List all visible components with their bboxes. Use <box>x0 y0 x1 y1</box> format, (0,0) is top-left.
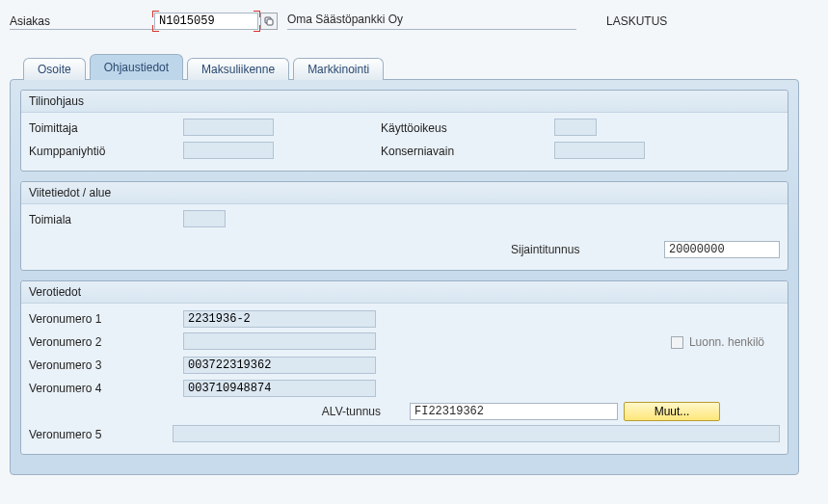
customer-name: Oma Säästöpankki Oy <box>287 13 576 30</box>
tax5-field[interactable] <box>173 425 780 442</box>
tax2-field[interactable] <box>183 332 376 350</box>
tax3-field[interactable]: 003722319362 <box>183 357 376 374</box>
partner-label: Kumppaniyhtiö <box>29 145 183 158</box>
group-reference: Viitetiedot / alue Toimiala Sijaintitunn… <box>20 181 788 271</box>
corpgroup-label: Konserniavain <box>381 145 554 158</box>
required-marker-br <box>254 25 260 32</box>
natural-person-checkbox[interactable]: Luonn. henkilö <box>671 335 764 349</box>
search-help-button[interactable] <box>260 13 278 30</box>
tax1-field[interactable]: 2231936-2 <box>183 310 376 328</box>
tab-panel-control: Tilinohjaus Toimittaja Käyttöoikeus Kump… <box>10 79 799 475</box>
svg-rect-1 <box>267 19 273 25</box>
customer-header: Asiakas Oma Säästöpankki Oy LASKUTUS <box>10 10 799 33</box>
tax1-label: Veronumero 1 <box>29 312 183 326</box>
supplier-field[interactable] <box>183 119 274 136</box>
group-tax: Verotiedot Veronumero 1 2231936-2 Veronu… <box>20 280 788 455</box>
checkbox-icon <box>671 336 683 349</box>
partner-field[interactable] <box>183 142 274 159</box>
customer-number-input[interactable] <box>154 13 258 30</box>
group-title-tax: Verotiedot <box>21 281 788 304</box>
natural-person-label: Luonn. henkilö <box>689 335 764 349</box>
group-title-account: Tilinohjaus <box>21 91 788 113</box>
tab-control[interactable]: Ohjaustiedot <box>90 54 183 80</box>
tax4-field[interactable]: 003710948874 <box>183 380 376 397</box>
billing-type: LASKUTUS <box>606 14 799 28</box>
industry-label: Toimiala <box>29 213 183 226</box>
corpgroup-field[interactable] <box>554 142 645 159</box>
tax5-label: Veronumero 5 <box>29 428 173 441</box>
tab-payment[interactable]: Maksuliikenne <box>187 58 289 80</box>
industry-field[interactable] <box>183 210 226 227</box>
vat-input[interactable]: FI22319362 <box>410 403 618 420</box>
location-input[interactable]: 20000000 <box>664 241 780 258</box>
customer-number-wrapper <box>154 13 258 30</box>
required-marker-bl <box>152 25 159 32</box>
group-account-control: Tilinohjaus Toimittaja Käyttöoikeus Kump… <box>20 90 788 172</box>
authorization-field[interactable] <box>554 119 597 136</box>
tax4-label: Veronumero 4 <box>29 382 183 395</box>
location-label: Sijaintitunnus <box>511 243 664 256</box>
authorization-label: Käyttöoikeus <box>381 121 554 135</box>
tab-address[interactable]: Osoite <box>23 58 86 80</box>
vat-label: ALV-tunnus <box>322 405 381 418</box>
more-button[interactable]: Muut... <box>624 402 720 421</box>
supplier-label: Toimittaja <box>29 121 183 135</box>
tax2-label: Veronumero 2 <box>29 335 183 349</box>
tax3-label: Veronumero 3 <box>29 358 183 372</box>
customer-label: Asiakas <box>10 13 154 30</box>
tab-marketing[interactable]: Markkinointi <box>293 58 384 80</box>
group-title-reference: Viitetiedot / alue <box>21 182 788 204</box>
tab-strip: Osoite Ohjaustiedot Maksuliikenne Markki… <box>10 54 799 80</box>
search-help-icon <box>264 16 274 26</box>
